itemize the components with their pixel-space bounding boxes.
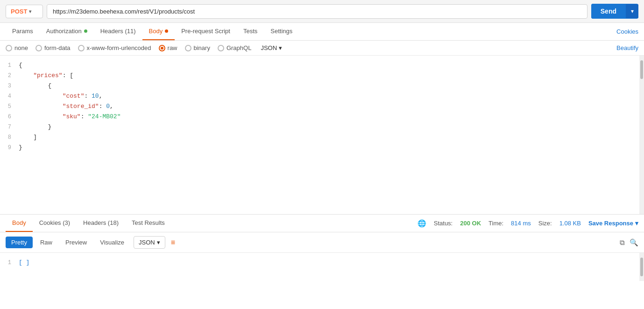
url-input[interactable] — [47, 4, 587, 19]
send-main-button[interactable]: Send — [591, 4, 626, 19]
code-line-9: 9 } — [0, 143, 644, 153]
editor-scrollbar-track[interactable] — [639, 56, 644, 214]
radio-graphql-dot — [218, 45, 224, 51]
radio-form-data[interactable]: form-data — [35, 44, 71, 51]
response-status-area: 🌐 Status: 200 OK Time: 814 ms Size: 1.08… — [418, 219, 638, 228]
tab-params[interactable]: Params — [6, 23, 40, 40]
radio-binary-dot — [185, 45, 191, 51]
response-scrollbar-track[interactable] — [639, 253, 644, 281]
resp-json-chevron-icon: ▾ — [157, 239, 160, 246]
method-selector[interactable]: POST ▾ — [6, 5, 43, 18]
send-button[interactable]: Send ▾ — [591, 4, 638, 19]
resp-tab-body[interactable]: Body — [6, 215, 33, 232]
editor-scrollbar-thumb[interactable] — [640, 60, 643, 79]
radio-form-data-dot — [35, 45, 42, 51]
json-format-selector[interactable]: JSON ▾ — [261, 44, 282, 51]
resp-action-icons: ⧉ 🔍 — [620, 238, 638, 247]
radio-raw[interactable]: raw — [159, 44, 177, 51]
tab-body[interactable]: Body — [142, 23, 175, 40]
body-type-row: none form-data x-www-form-urlencoded raw… — [0, 41, 644, 56]
radio-graphql[interactable]: GraphQL — [218, 44, 251, 51]
request-tabs-row: Params Authorization Headers (11) Body P… — [0, 23, 644, 41]
code-line-6: 6 "sku": "24-MB02" — [0, 112, 644, 122]
search-response-icon[interactable]: 🔍 — [630, 238, 638, 247]
resp-json-format-selector[interactable]: JSON ▾ — [134, 236, 165, 249]
tab-authorization[interactable]: Authorization — [40, 23, 94, 40]
resp-raw-button[interactable]: Raw — [35, 237, 58, 248]
resp-pretty-button[interactable]: Pretty — [6, 237, 33, 248]
radio-binary[interactable]: binary — [185, 44, 210, 51]
tab-headers[interactable]: Headers (11) — [94, 23, 142, 40]
request-bar: POST ▾ Send ▾ — [0, 0, 644, 23]
response-tabs-row: Body Cookies (3) Headers (18) Test Resul… — [0, 215, 644, 232]
resp-tab-headers[interactable]: Headers (18) — [77, 215, 125, 232]
radio-none-dot — [6, 45, 12, 51]
code-line-1: 1 { — [0, 60, 644, 71]
radio-raw-dot — [159, 45, 165, 51]
cookies-link[interactable]: Cookies — [616, 28, 638, 35]
radio-urlencoded[interactable]: x-www-form-urlencoded — [78, 44, 151, 51]
json-format-chevron-icon: ▾ — [279, 44, 282, 51]
beautify-link[interactable]: Beautify — [616, 44, 638, 51]
save-response-button[interactable]: Save Response ▾ — [588, 220, 638, 227]
response-body-type-row: Pretty Raw Preview Visualize JSON ▾ ≡ ⧉ … — [0, 232, 644, 253]
resp-code-line-1: 1 [ ] — [0, 258, 644, 268]
tab-settings[interactable]: Settings — [264, 23, 299, 40]
resp-tab-cookies[interactable]: Cookies (3) — [33, 215, 77, 232]
body-dot — [165, 29, 168, 33]
method-label: POST — [11, 8, 27, 15]
send-dropdown-button[interactable]: ▾ — [626, 4, 638, 18]
code-line-4: 4 "cost": 10, — [0, 91, 644, 101]
tab-tests[interactable]: Tests — [237, 23, 264, 40]
globe-icon: 🌐 — [418, 219, 426, 228]
radio-urlencoded-dot — [78, 45, 85, 51]
response-code-area: 1 [ ] — [0, 253, 644, 281]
code-line-2: 2 "prices": [ — [0, 71, 644, 81]
code-line-3: 3 { — [0, 81, 644, 91]
method-chevron-icon: ▾ — [29, 9, 31, 14]
resp-visualize-button[interactable]: Visualize — [94, 237, 130, 248]
resp-preview-button[interactable]: Preview — [60, 237, 92, 248]
code-line-7: 7 } — [0, 122, 644, 132]
response-body-content: 1 [ ] — [0, 253, 644, 281]
code-line-8: 8 ] — [0, 132, 644, 143]
tab-pre-request[interactable]: Pre-request Script — [175, 23, 237, 40]
code-line-5: 5 "store_id": 0, — [0, 101, 644, 112]
resp-tab-test-results[interactable]: Test Results — [125, 215, 171, 232]
copy-response-icon[interactable]: ⧉ — [620, 238, 625, 247]
code-editor[interactable]: 1 { 2 "prices": [ 3 { 4 "cost": 10, 5 "s… — [0, 56, 644, 215]
filter-lines-icon[interactable]: ≡ — [171, 238, 175, 247]
save-response-chevron-icon: ▾ — [635, 220, 638, 227]
response-scrollbar-thumb[interactable] — [640, 258, 643, 276]
auth-dot — [84, 29, 87, 33]
radio-none[interactable]: none — [6, 44, 28, 51]
